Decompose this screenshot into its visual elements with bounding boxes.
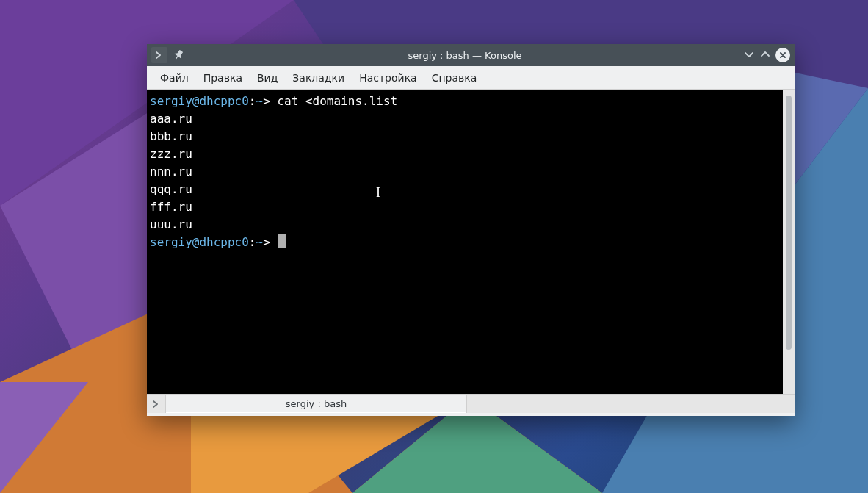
scrollbar-thumb[interactable] — [786, 96, 792, 350]
scrollbar[interactable] — [783, 90, 795, 394]
prompt-suffix: > — [263, 235, 270, 249]
output-line: aaa.ru — [150, 112, 192, 126]
maximize-button[interactable] — [759, 48, 771, 62]
text-cursor — [278, 234, 286, 248]
menu-settings[interactable]: Настройка — [352, 69, 424, 87]
output-line: qqq.ru — [150, 182, 192, 196]
menu-edit[interactable]: Правка — [196, 69, 250, 87]
ibeam-cursor-icon: I — [376, 184, 380, 201]
menu-view[interactable]: Вид — [250, 69, 285, 87]
prompt-suffix: > — [263, 94, 270, 108]
new-tab-button[interactable] — [147, 395, 166, 413]
output-line: fff.ru — [150, 200, 192, 214]
close-button[interactable] — [775, 48, 790, 62]
tab-active[interactable]: sergiy : bash — [166, 395, 467, 413]
window-title: sergiy : bash — Konsole — [187, 50, 743, 61]
output-line: uuu.ru — [150, 217, 192, 231]
terminal-viewport[interactable]: sergiy@dhcppc0:~> cat <domains.list aaa.… — [147, 90, 783, 394]
output-line: bbb.ru — [150, 129, 192, 143]
output-line: nnn.ru — [150, 165, 192, 179]
menubar: Файл Правка Вид Закладки Настройка Справ… — [147, 66, 795, 90]
desktop: sergiy : bash — Konsole Файл Правка Вид … — [0, 0, 868, 493]
output-line: zzz.ru — [150, 147, 192, 161]
prompt-user: sergiy@dhcppc0 — [150, 94, 249, 108]
konsole-window: sergiy : bash — Konsole Файл Правка Вид … — [147, 44, 795, 416]
pin-icon[interactable] — [170, 47, 187, 63]
menu-bookmarks[interactable]: Закладки — [285, 69, 352, 87]
tab-label: sergiy : bash — [286, 398, 347, 409]
menu-file[interactable]: Файл — [153, 69, 196, 87]
prompt-user: sergiy@dhcppc0 — [150, 235, 249, 249]
prompt-path: ~ — [256, 235, 264, 249]
titlebar[interactable]: sergiy : bash — Konsole — [147, 44, 795, 66]
minimize-button[interactable] — [743, 48, 755, 62]
tabbar: sergiy : bash — [147, 394, 795, 413]
menu-help[interactable]: Справка — [424, 69, 485, 87]
prompt-path: ~ — [256, 94, 264, 108]
command-text: cat <domains.list — [277, 94, 397, 108]
window-bottom-border — [147, 413, 795, 416]
prompt-icon[interactable] — [151, 47, 167, 63]
prompt-sep: : — [249, 94, 256, 108]
